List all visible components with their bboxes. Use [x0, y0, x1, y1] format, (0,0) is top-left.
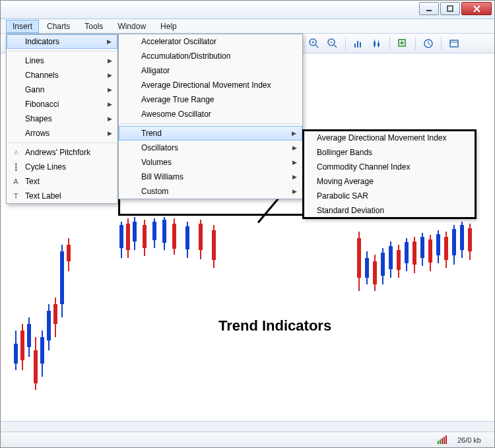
- svg-rect-1: [447, 6, 453, 11]
- svg-line-5: [315, 45, 318, 48]
- menu-item-atr[interactable]: Average True Range: [119, 92, 302, 107]
- menu-item-label: Bill Williams: [141, 172, 183, 181]
- menu-item-channels[interactable]: Channels▶: [7, 68, 117, 82]
- menu-separator: [8, 51, 116, 51]
- menu-item-shapes[interactable]: Shapes▶: [7, 112, 117, 126]
- menu-item-label: Lines: [25, 56, 44, 65]
- menu-item-label: Accelerator Oscillator: [141, 37, 216, 46]
- menu-item-bollinger-bands[interactable]: Bollinger Bands: [304, 145, 475, 160]
- menu-item-label: Awesome Oscillator: [141, 110, 211, 119]
- menu-item-label: Average Directional Movement Index: [317, 133, 447, 143]
- menu-item-trend[interactable]: Trend▶: [119, 126, 302, 141]
- submenu-arrow-icon: ▶: [108, 101, 112, 108]
- window-minimize-button[interactable]: [419, 2, 439, 15]
- menu-item-gann[interactable]: Gann▶: [7, 82, 117, 97]
- menu-item-arrows[interactable]: Arrows▶: [7, 126, 117, 141]
- submenu-arrow-icon: ▶: [108, 86, 112, 93]
- svg-rect-12: [357, 41, 358, 48]
- svg-rect-13: [360, 42, 361, 48]
- menu-item-label: Andrews' Pitchfork: [25, 148, 90, 157]
- menu-item-trend-adx[interactable]: Average Directional Movement Index: [304, 131, 475, 145]
- submenu-arrow-icon: ▶: [108, 57, 112, 64]
- menu-item-accumulation-distribution[interactable]: Accumulation/Distribution: [119, 49, 302, 63]
- menu-item-indicators[interactable]: Indicators▶: [7, 34, 117, 49]
- menu-item-cycle-lines[interactable]: ┇Cycle Lines: [7, 160, 117, 174]
- menu-item-cci[interactable]: Commodity Channel Index: [304, 160, 475, 174]
- annotation-label: Trend Indicators: [218, 317, 331, 335]
- menu-charts[interactable]: Charts: [40, 20, 77, 33]
- trend-dropdown: Average Directional Movement Index Bolli…: [303, 130, 476, 218]
- submenu-arrow-icon: ▶: [108, 115, 112, 122]
- submenu-arrow-icon: ▶: [107, 38, 112, 45]
- window-titlebar: [1, 1, 494, 19]
- menu-item-accelerator-oscillator[interactable]: Accelerator Oscillator: [119, 34, 302, 49]
- indicators-dropdown: Accelerator Oscillator Accumulation/Dist…: [118, 34, 303, 199]
- menu-item-alligator[interactable]: Alligator: [119, 63, 302, 78]
- menu-item-label: Standard Deviation: [317, 206, 384, 215]
- bar-chart-icon[interactable]: [351, 36, 366, 51]
- svg-rect-11: [354, 44, 356, 48]
- menu-item-label: Volumes: [141, 158, 172, 167]
- menu-item-parabolic-sar[interactable]: Parabolic SAR: [304, 189, 475, 203]
- menu-item-label: Shapes: [25, 114, 52, 123]
- menu-item-label: Moving Average: [317, 177, 374, 186]
- menu-item-text[interactable]: AText: [7, 174, 117, 189]
- menu-item-bill-williams[interactable]: Bill Williams▶: [119, 170, 302, 184]
- menu-item-label: Indicators: [25, 37, 59, 46]
- menu-item-label: Bollinger Bands: [317, 148, 372, 157]
- menu-item-label: Parabolic SAR: [317, 191, 368, 201]
- menu-item-label: Accumulation/Distribution: [141, 51, 230, 61]
- cycle-lines-icon: ┇: [11, 163, 21, 172]
- menu-item-label: Commodity Channel Index: [317, 162, 410, 172]
- toolbar-separator: [389, 37, 390, 50]
- submenu-arrow-icon: ▶: [292, 144, 297, 151]
- menu-item-standard-deviation[interactable]: Standard Deviation: [304, 203, 475, 218]
- toolbar-separator: [415, 37, 416, 50]
- menu-item-text-label[interactable]: TText Label: [7, 189, 117, 203]
- submenu-arrow-icon: ▶: [108, 72, 112, 79]
- submenu-arrow-icon: ▶: [292, 174, 297, 180]
- chart-tab-strip[interactable]: [1, 421, 494, 432]
- menu-item-label: Arrows: [25, 129, 50, 138]
- menu-item-andrews-pitchfork[interactable]: ⑃Andrews' Pitchfork: [7, 145, 117, 160]
- menu-item-label: Alligator: [141, 66, 170, 75]
- submenu-arrow-icon: ▶: [292, 188, 297, 195]
- submenu-arrow-icon: ▶: [292, 130, 296, 137]
- toolbar-separator: [345, 37, 346, 50]
- menubar: Insert Charts Tools Window Help: [1, 19, 494, 34]
- candle-chart-icon[interactable]: [370, 36, 384, 51]
- menu-item-moving-average[interactable]: Moving Average: [304, 174, 475, 189]
- menu-item-lines[interactable]: Lines▶: [7, 53, 117, 68]
- svg-rect-24: [450, 40, 458, 47]
- pitchfork-icon: ⑃: [11, 148, 21, 156]
- menu-item-fibonacci[interactable]: Fibonacci▶: [7, 97, 117, 112]
- add-indicator-icon[interactable]: [395, 36, 410, 51]
- status-traffic: 26/0 kb: [457, 436, 481, 444]
- menu-help[interactable]: Help: [154, 20, 183, 33]
- menu-insert[interactable]: Insert: [6, 20, 39, 33]
- menu-item-awesome-oscillator[interactable]: Awesome Oscillator: [119, 107, 302, 121]
- status-bar: 26/0 kb: [1, 432, 494, 447]
- toolbar-separator: [441, 37, 442, 50]
- text-icon: A: [11, 177, 21, 185]
- zoom-in-icon[interactable]: [307, 36, 321, 51]
- menu-item-label: Trend: [141, 129, 162, 138]
- menu-item-volumes[interactable]: Volumes▶: [119, 155, 302, 170]
- insert-dropdown: Indicators▶ Lines▶ Channels▶ Gann▶ Fibon…: [6, 34, 118, 204]
- window-close-button[interactable]: [461, 2, 492, 15]
- menu-window[interactable]: Window: [111, 20, 152, 33]
- menu-item-custom[interactable]: Custom▶: [119, 184, 302, 199]
- menu-item-label: Text: [25, 177, 40, 186]
- text-label-icon: T: [11, 192, 21, 200]
- periodicity-icon[interactable]: [421, 36, 436, 51]
- zoom-out-icon[interactable]: [325, 36, 340, 51]
- menu-item-adx[interactable]: Average Directional Movement Index: [119, 78, 302, 92]
- menu-item-oscillators[interactable]: Oscillators▶: [119, 141, 302, 155]
- menu-tools[interactable]: Tools: [78, 20, 110, 33]
- submenu-arrow-icon: ▶: [108, 130, 112, 137]
- menu-item-label: Fibonacci: [25, 100, 59, 109]
- window-maximize-button[interactable]: [440, 2, 460, 15]
- template-icon[interactable]: [447, 36, 461, 51]
- menu-item-label: Gann: [25, 85, 44, 94]
- svg-line-9: [334, 45, 337, 48]
